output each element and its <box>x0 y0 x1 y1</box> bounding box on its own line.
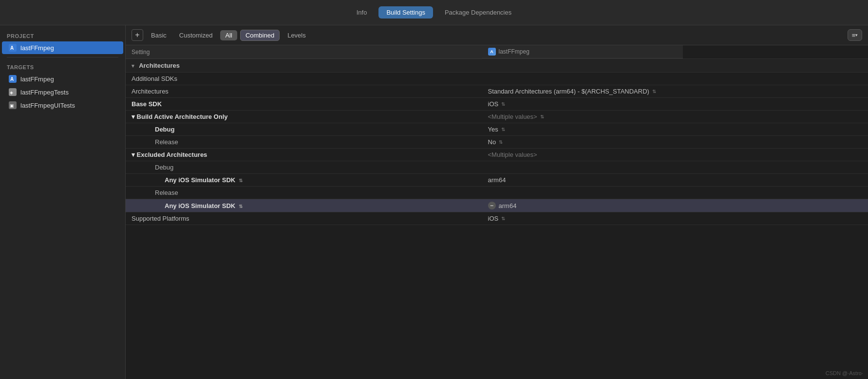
table-row[interactable]: ▾ Excluded Architectures <Multiple value… <box>126 149 868 161</box>
target-item-label-1: lastFFmpegTests <box>20 89 69 96</box>
build-active-debug-value: Yes <box>488 126 498 133</box>
watermark-text: CSDN @·Astro· <box>826 370 863 376</box>
sidebar-item-target-0[interactable]: A lastFFmpeg <box>2 73 123 85</box>
setting-name-build-active-release: Release <box>126 136 482 149</box>
sim-sdk-debug-stepper[interactable]: ⇅ <box>239 178 243 183</box>
base-sdk-stepper[interactable]: ⇅ <box>501 101 505 107</box>
setting-name-additional-sdks: Additional SDKs <box>126 73 482 85</box>
setting-value-build-active-arch: <Multiple values> ⇅ <box>482 111 868 123</box>
minus-remove-icon[interactable]: − <box>488 202 496 209</box>
col-header-value-label: lastFFmpeg <box>499 48 529 55</box>
package-dependencies-tab-button[interactable]: Package Dependencies <box>437 6 519 19</box>
sidebar-item-project[interactable]: A lastFFmpeg <box>2 41 123 54</box>
settings-scroll[interactable]: Setting A lastFFmpeg ▾ Architectures <box>126 45 868 379</box>
architectures-stepper[interactable]: ⇅ <box>652 89 656 94</box>
table-row[interactable]: Base SDK iOS ⇅ <box>126 98 868 111</box>
chevron-architectures-icon: ▾ <box>132 63 134 69</box>
setting-name-sim-sdk-debug: Any iOS Simulator SDK ⇅ <box>126 174 482 187</box>
setting-name-excluded-arch: ▾ Excluded Architectures <box>126 149 482 161</box>
setting-value-excluded-debug <box>482 161 868 174</box>
sim-sdk-release-value: arm64 <box>499 202 517 209</box>
build-settings-tab-button[interactable]: Build Settings <box>378 6 433 19</box>
build-active-release-value: No <box>488 138 496 146</box>
setting-name-excluded-debug: Debug <box>126 161 482 174</box>
sim-sdk-release-stepper[interactable]: ⇅ <box>239 204 243 209</box>
col-header-value: A lastFFmpeg <box>482 45 683 58</box>
customized-filter-button[interactable]: Customized <box>174 30 218 40</box>
setting-name-excluded-release: Release <box>126 187 482 199</box>
build-active-release-stepper[interactable]: ⇅ <box>499 139 503 145</box>
svg-text:◈: ◈ <box>10 90 13 95</box>
table-row[interactable]: Release <box>126 187 868 199</box>
settings-table: Setting A lastFFmpeg ▾ Architectures <box>126 45 868 225</box>
col-header-setting: Setting <box>126 45 482 59</box>
setting-value-sim-sdk-release: − arm64 <box>482 199 868 212</box>
main-layout: PROJECT A lastFFmpeg TARGETS A lastFFmpe… <box>0 25 868 379</box>
sidebar-divider <box>7 57 118 57</box>
setting-value-additional-sdks <box>482 73 868 85</box>
build-active-debug-stepper[interactable]: ⇅ <box>501 127 505 132</box>
table-row[interactable]: Debug <box>126 161 868 174</box>
target-uitest-icon-2: ▣ <box>9 101 17 109</box>
table-row[interactable]: Debug Yes ⇅ <box>126 123 868 136</box>
table-row[interactable]: Additional SDKs <box>126 73 868 85</box>
info-tab-button[interactable]: Info <box>349 6 375 19</box>
setting-value-sim-sdk-debug: arm64 <box>482 174 868 187</box>
targets-section-label: TARGETS <box>0 60 125 72</box>
filter-bar: + Basic Customized All Combined Levels ≡… <box>126 25 868 45</box>
target-item-label-0: lastFFmpeg <box>20 76 54 83</box>
table-row[interactable]: Release No ⇅ <box>126 136 868 149</box>
svg-text:▣: ▣ <box>10 103 14 108</box>
column-header-row: Setting A lastFFmpeg <box>126 45 868 59</box>
setting-value-excluded-release <box>482 187 868 199</box>
top-bar: Info Build Settings Package Dependencies <box>0 0 868 25</box>
table-row[interactable]: Architectures Standard Architectures (ar… <box>126 85 868 98</box>
build-active-arch-stepper[interactable]: ⇅ <box>540 114 544 119</box>
setting-value-architectures: Standard Architectures (arm64) - $(ARCHS… <box>482 85 868 98</box>
excluded-arch-multiple-values: <Multiple values> <box>488 151 537 158</box>
build-active-arch-multiple-values: <Multiple values> <box>488 113 537 120</box>
levels-filter-button[interactable]: Levels <box>283 30 311 40</box>
setting-value-supported-platforms: iOS ⇅ <box>482 212 868 225</box>
add-filter-button[interactable]: + <box>132 29 143 41</box>
svg-text:A: A <box>10 45 14 51</box>
chevron-build-active-icon: ▾ <box>132 113 135 120</box>
table-row[interactable]: Supported Platforms iOS ⇅ <box>126 212 868 225</box>
sidebar: PROJECT A lastFFmpeg TARGETS A lastFFmpe… <box>0 25 126 379</box>
svg-text:A: A <box>10 76 14 82</box>
setting-name-supported-platforms: Supported Platforms <box>126 212 482 225</box>
project-section-label: PROJECT <box>0 29 125 41</box>
section-architectures-label: ▾ Architectures <box>126 59 868 73</box>
setting-value-base-sdk: iOS ⇅ <box>482 98 868 111</box>
target-app-icon-0: A <box>9 75 17 83</box>
project-app-icon: A <box>9 44 17 52</box>
basic-filter-button[interactable]: Basic <box>146 30 171 40</box>
filter-right-controls: ≡ ▾ <box>848 29 862 41</box>
supported-platforms-stepper[interactable]: ⇅ <box>501 216 505 221</box>
setting-value-build-active-debug: Yes ⇅ <box>482 123 868 136</box>
chevron-filter-icon: ▾ <box>855 33 858 38</box>
content-area: + Basic Customized All Combined Levels ≡… <box>126 25 868 379</box>
target-test-icon-1: ◈ <box>9 88 17 96</box>
table-row[interactable]: Any iOS Simulator SDK ⇅ arm64 <box>126 174 868 187</box>
section-architectures[interactable]: ▾ Architectures <box>126 59 868 73</box>
table-row[interactable]: ▾ Build Active Architecture Only <Multip… <box>126 111 868 123</box>
setting-value-build-active-release: No ⇅ <box>482 136 868 149</box>
project-item-label: lastFFmpeg <box>20 44 54 52</box>
table-row-selected[interactable]: Any iOS Simulator SDK ⇅ − arm64 <box>126 199 868 212</box>
all-filter-button[interactable]: All <box>220 30 237 40</box>
setting-name-build-active-arch: ▾ Build Active Architecture Only <box>126 111 482 123</box>
setting-name-architectures: Architectures <box>126 85 482 98</box>
sidebar-item-target-2[interactable]: ▣ lastFFmpegUITests <box>2 99 123 112</box>
sim-sdk-debug-value: arm64 <box>488 176 506 184</box>
supported-platforms-value: iOS <box>488 215 499 222</box>
combined-filter-button[interactable]: Combined <box>240 30 280 41</box>
filter-icon-button[interactable]: ≡ ▾ <box>848 29 862 41</box>
target-item-label-2: lastFFmpegUITests <box>20 102 75 109</box>
base-sdk-value-text: iOS <box>488 100 499 108</box>
setting-name-build-active-debug: Debug <box>126 123 482 136</box>
filter-lines-icon: ≡ <box>852 32 856 39</box>
sidebar-item-target-1[interactable]: ◈ lastFFmpegTests <box>2 86 123 98</box>
col-header-app-icon: A <box>488 48 496 56</box>
section-architectures-text: Architectures <box>139 62 180 69</box>
